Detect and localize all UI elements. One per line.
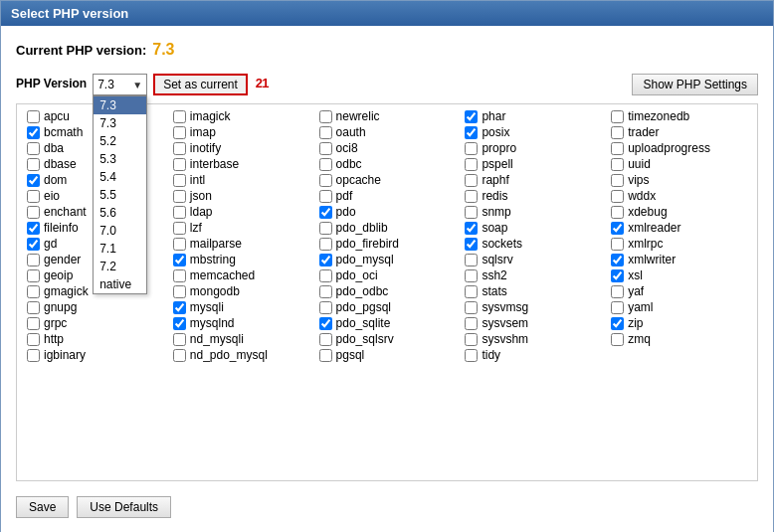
ext-label-gender[interactable]: gender xyxy=(44,253,81,266)
ext-label-sysvsem[interactable]: sysvsem xyxy=(482,316,528,330)
ext-checkbox-pdo_oci[interactable] xyxy=(319,269,332,282)
dropdown-item-70[interactable]: 7.0 xyxy=(94,222,146,240)
ext-label-yaml[interactable]: yaml xyxy=(628,300,653,314)
ext-label-xmlwriter[interactable]: xmlwriter xyxy=(628,253,676,266)
ext-checkbox-nd_pdo_mysql[interactable] xyxy=(173,349,186,362)
ext-label-imagick[interactable]: imagick xyxy=(190,109,231,123)
ext-label-tidy[interactable]: tidy xyxy=(482,348,500,362)
ext-checkbox-imap[interactable] xyxy=(173,126,186,139)
ext-checkbox-pdo[interactable] xyxy=(319,206,332,219)
ext-label-pdo_sqlite[interactable]: pdo_sqlite xyxy=(336,316,391,330)
ext-label-pspell[interactable]: pspell xyxy=(482,157,512,171)
ext-checkbox-gnupg[interactable] xyxy=(27,301,40,314)
ext-label-grpc[interactable]: grpc xyxy=(44,316,67,330)
ext-label-ssh2[interactable]: ssh2 xyxy=(482,268,506,282)
ext-label-redis[interactable]: redis xyxy=(482,189,507,203)
ext-checkbox-gender[interactable] xyxy=(27,254,40,266)
ext-checkbox-raphf[interactable] xyxy=(465,174,478,187)
ext-label-pgsql[interactable]: pgsql xyxy=(336,348,365,362)
ext-label-dbase[interactable]: dbase xyxy=(44,157,77,171)
ext-label-imap[interactable]: imap xyxy=(190,125,216,139)
ext-checkbox-json[interactable] xyxy=(173,190,186,203)
ext-checkbox-pdo_pgsql[interactable] xyxy=(319,301,332,314)
ext-checkbox-sockets[interactable] xyxy=(465,238,478,251)
ext-checkbox-stats[interactable] xyxy=(465,285,478,298)
ext-label-zmq[interactable]: zmq xyxy=(628,332,651,346)
ext-checkbox-enchant[interactable] xyxy=(27,206,40,219)
ext-checkbox-yaml[interactable] xyxy=(611,301,624,314)
ext-checkbox-pgsql[interactable] xyxy=(319,349,332,362)
ext-checkbox-propro[interactable] xyxy=(465,142,478,155)
ext-label-mysqlnd[interactable]: mysqlnd xyxy=(190,316,235,330)
ext-label-nd_pdo_mysql[interactable]: nd_pdo_mysql xyxy=(190,348,268,362)
save-button[interactable]: Save xyxy=(16,496,69,518)
ext-label-phar[interactable]: phar xyxy=(482,109,505,123)
dropdown-item-53[interactable]: 5.3 xyxy=(94,150,146,168)
dropdown-item-52[interactable]: 5.2 xyxy=(94,132,146,150)
ext-label-newrelic[interactable]: newrelic xyxy=(336,109,380,123)
ext-checkbox-fileinfo[interactable] xyxy=(27,222,40,235)
ext-checkbox-zip[interactable] xyxy=(611,317,624,330)
ext-checkbox-pdo_dblib[interactable] xyxy=(319,222,332,235)
ext-label-pdo_oci[interactable]: pdo_oci xyxy=(336,268,378,282)
ext-checkbox-intl[interactable] xyxy=(173,174,186,187)
ext-label-propro[interactable]: propro xyxy=(482,141,516,155)
ext-label-eio[interactable]: eio xyxy=(44,189,60,203)
ext-checkbox-memcached[interactable] xyxy=(173,269,186,282)
ext-label-xmlrpc[interactable]: xmlrpc xyxy=(628,237,663,251)
ext-label-fileinfo[interactable]: fileinfo xyxy=(44,221,79,235)
ext-checkbox-pdo_firebird[interactable] xyxy=(319,238,332,251)
ext-label-xsl[interactable]: xsl xyxy=(628,268,643,282)
ext-label-gnupg[interactable]: gnupg xyxy=(44,300,77,314)
ext-checkbox-tidy[interactable] xyxy=(465,349,478,362)
ext-checkbox-vips[interactable] xyxy=(611,174,624,187)
ext-checkbox-pspell[interactable] xyxy=(465,158,478,171)
ext-label-geoip[interactable]: geoip xyxy=(44,268,73,282)
ext-checkbox-phar[interactable] xyxy=(465,110,478,123)
ext-checkbox-gd[interactable] xyxy=(27,238,40,251)
ext-label-pdf[interactable]: pdf xyxy=(336,189,353,203)
ext-checkbox-eio[interactable] xyxy=(27,190,40,203)
ext-label-pdo[interactable]: pdo xyxy=(336,205,356,219)
ext-label-wddx[interactable]: wddx xyxy=(628,189,656,203)
ext-label-gmagick[interactable]: gmagick xyxy=(44,284,89,298)
ext-label-oauth[interactable]: oauth xyxy=(336,125,366,139)
ext-checkbox-snmp[interactable] xyxy=(465,206,478,219)
ext-checkbox-nd_mysqli[interactable] xyxy=(173,333,186,346)
ext-label-uploadprogress[interactable]: uploadprogress xyxy=(628,141,710,155)
ext-checkbox-mbstring[interactable] xyxy=(173,254,186,266)
set-as-current-button[interactable]: Set as current xyxy=(153,74,248,95)
ext-label-lzf[interactable]: lzf xyxy=(190,221,202,235)
ext-checkbox-odbc[interactable] xyxy=(319,158,332,171)
dropdown-item-73[interactable]: 7.3 xyxy=(94,114,146,132)
ext-checkbox-xmlreader[interactable] xyxy=(611,222,624,235)
ext-label-odbc[interactable]: odbc xyxy=(336,157,362,171)
ext-checkbox-http[interactable] xyxy=(27,333,40,346)
ext-checkbox-posix[interactable] xyxy=(465,126,478,139)
ext-label-stats[interactable]: stats xyxy=(482,284,506,298)
ext-checkbox-soap[interactable] xyxy=(465,222,478,235)
ext-label-sysvmsg[interactable]: sysvmsg xyxy=(482,300,528,314)
ext-checkbox-sysvshm[interactable] xyxy=(465,333,478,346)
ext-label-bcmath[interactable]: bcmath xyxy=(44,125,83,139)
ext-checkbox-xmlrpc[interactable] xyxy=(611,238,624,251)
ext-label-oci8[interactable]: oci8 xyxy=(336,141,358,155)
ext-checkbox-uploadprogress[interactable] xyxy=(611,142,624,155)
ext-checkbox-xsl[interactable] xyxy=(611,269,624,282)
dropdown-item-71[interactable]: 7.1 xyxy=(94,240,146,258)
ext-label-zip[interactable]: zip xyxy=(628,316,643,330)
ext-label-pdo_pgsql[interactable]: pdo_pgsql xyxy=(336,300,391,314)
ext-label-memcached[interactable]: memcached xyxy=(190,268,255,282)
ext-label-pdo_sqlsrv[interactable]: pdo_sqlsrv xyxy=(336,332,394,346)
ext-label-sysvshm[interactable]: sysvshm xyxy=(482,332,528,346)
ext-label-ldap[interactable]: ldap xyxy=(190,205,213,219)
ext-label-inotify[interactable]: inotify xyxy=(190,141,221,155)
ext-label-sockets[interactable]: sockets xyxy=(482,237,522,251)
ext-label-xmlreader[interactable]: xmlreader xyxy=(628,221,680,235)
ext-checkbox-gmagick[interactable] xyxy=(27,285,40,298)
ext-checkbox-dom[interactable] xyxy=(27,174,40,187)
ext-checkbox-grpc[interactable] xyxy=(27,317,40,330)
ext-label-igbinary[interactable]: igbinary xyxy=(44,348,86,362)
ext-checkbox-lzf[interactable] xyxy=(173,222,186,235)
ext-checkbox-sysvsem[interactable] xyxy=(465,317,478,330)
